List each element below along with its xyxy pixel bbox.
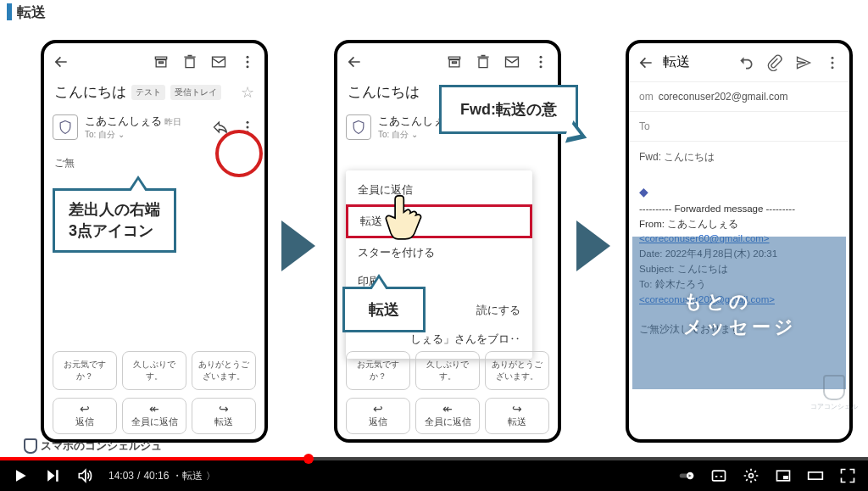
to-field[interactable]: To (639, 120, 650, 132)
svg-rect-7 (506, 57, 519, 67)
fullscreen-icon[interactable] (839, 467, 856, 484)
reply-button[interactable]: ↩返信 (53, 398, 117, 434)
mail-icon[interactable] (504, 53, 520, 70)
back-icon[interactable] (53, 53, 70, 70)
play-icon[interactable] (12, 467, 29, 484)
smart-reply[interactable]: お元気ですか？ (53, 351, 117, 390)
sender-name: こあこんしぇる (85, 114, 162, 127)
svg-rect-0 (213, 57, 225, 67)
shield-icon (24, 438, 37, 454)
next-icon[interactable] (44, 467, 61, 484)
mail-subject: こんにちは (348, 82, 420, 102)
svg-rect-19 (713, 471, 726, 481)
send-icon[interactable] (795, 54, 812, 71)
attach-icon[interactable] (766, 54, 783, 71)
smart-reply[interactable]: ありがとうございます。 (485, 351, 549, 390)
smart-reply[interactable]: ありがとうございます。 (192, 351, 256, 390)
channel-footer: スマホのコンシェルジュ (24, 438, 162, 454)
chevron-right-icon[interactable]: 〉 (206, 470, 215, 483)
smart-reply[interactable]: 久しぶりです。 (415, 351, 480, 390)
callout-box: 差出人の右端 3点アイコン (53, 188, 176, 253)
undo-icon[interactable] (737, 54, 754, 71)
from-field[interactable]: coreconuser202@gmail.com (659, 91, 788, 103)
reply-all-button[interactable]: ↞全員に返信 (415, 398, 480, 434)
trash-icon[interactable] (181, 53, 198, 70)
smart-reply[interactable]: 久しぶりです。 (122, 351, 186, 390)
smart-reply[interactable]: お元気ですか？ (346, 351, 410, 390)
svg-point-5 (247, 126, 249, 129)
sender-to: To: 自分 ⌄ (85, 129, 205, 141)
video-content: 転送 こんにちは テスト 受信トレイ ☆ (0, 0, 868, 457)
mail-subject: こんにちは (54, 82, 126, 102)
forward-button[interactable]: ↪転送 (192, 398, 256, 434)
svg-point-16 (832, 66, 834, 69)
trash-icon[interactable] (475, 53, 492, 70)
title-accent (7, 3, 12, 20)
svg-point-3 (247, 65, 249, 68)
callout-text: Fwd:転送の意 (460, 101, 557, 118)
reply-all-button[interactable]: ↞全員に返信 (122, 398, 186, 434)
slide-title: 転送 (17, 3, 46, 22)
quote-marker-icon: ◆ (639, 183, 839, 202)
volume-icon[interactable] (76, 467, 93, 484)
menu-star[interactable]: スターを付ける (346, 238, 532, 267)
overflow-icon[interactable] (824, 54, 841, 71)
inbox-chip: 受信トレイ (170, 85, 221, 100)
label-chip: テスト (131, 85, 165, 100)
compose-title: 転送 (663, 53, 690, 71)
back-icon[interactable] (346, 53, 363, 70)
svg-point-14 (832, 56, 834, 59)
callout-text: 差出人の右端 (69, 199, 160, 220)
svg-point-9 (540, 61, 542, 64)
svg-point-4 (247, 121, 249, 124)
menu-forward[interactable]: 転送 (346, 204, 532, 238)
overlay-label: もとの メッセージ (683, 289, 797, 340)
reply-button[interactable]: ↩返信 (346, 398, 410, 434)
flow-arrow (281, 220, 315, 271)
overflow-icon[interactable] (239, 53, 256, 70)
overflow-icon[interactable] (532, 53, 549, 70)
avatar (346, 114, 371, 140)
callout-text: 3点アイコン (69, 220, 160, 242)
autoplay-toggle[interactable] (678, 467, 695, 484)
settings-icon[interactable] (743, 467, 760, 484)
miniplayer-icon[interactable] (775, 467, 792, 484)
time-display: 14:03 / 40:16 ・転送 〉 (108, 469, 215, 483)
highlight-circle (215, 130, 263, 177)
svg-point-2 (247, 61, 249, 64)
svg-point-20 (749, 474, 754, 478)
avatar (53, 114, 78, 140)
svg-rect-22 (783, 476, 788, 479)
menu-reply-all[interactable]: 全員に返信 (346, 176, 532, 204)
mail-toolbar (44, 43, 264, 79)
archive-icon[interactable] (446, 53, 463, 70)
player-controls: 14:03 / 40:16 ・転送 〉 (0, 460, 868, 491)
svg-point-8 (540, 56, 542, 59)
mail-icon[interactable] (210, 53, 227, 70)
back-icon[interactable] (637, 54, 654, 71)
svg-point-1 (247, 56, 249, 59)
svg-point-15 (832, 61, 834, 64)
star-icon[interactable]: ☆ (241, 83, 254, 102)
subject-field[interactable]: Fwd: こんにちは (639, 150, 715, 165)
hand-pointer-icon (383, 190, 427, 248)
flow-arrow (576, 220, 610, 271)
slide-title-bar: 転送 (0, 0, 868, 24)
svg-point-10 (540, 65, 542, 68)
callout-box: 転送 (342, 287, 426, 332)
watermark: コアコンシェル (810, 375, 858, 411)
svg-rect-23 (809, 472, 823, 479)
callout-text: 転送 (369, 301, 399, 318)
theater-icon[interactable] (807, 467, 824, 484)
sender-date: 昨日 (164, 117, 181, 126)
captions-icon[interactable] (710, 467, 727, 484)
archive-icon[interactable] (153, 53, 170, 70)
callout-box: Fwd:転送の意 (439, 85, 578, 134)
forward-button[interactable]: ↪転送 (485, 398, 549, 434)
